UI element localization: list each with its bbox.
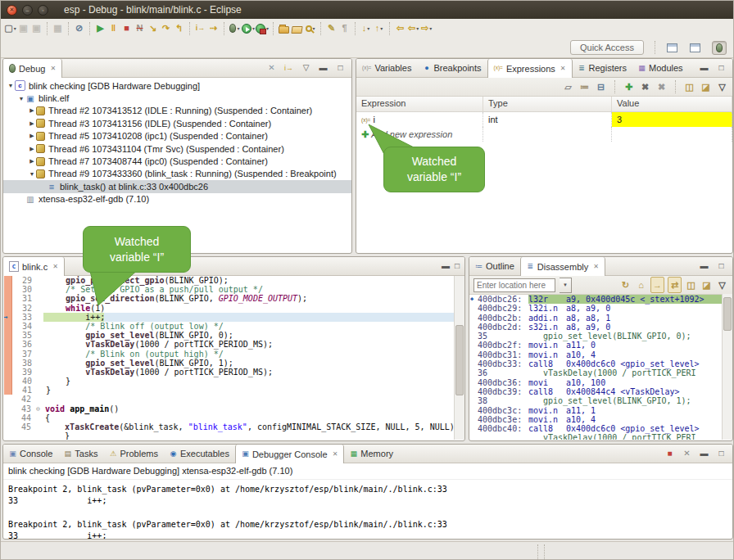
gutter-range-bar[interactable]	[4, 413, 11, 422]
disconnect-icon[interactable]: N	[134, 21, 146, 36]
disassembly-line[interactable]: 400dbc33:call80x400dc6c0 <gpio_set_level…	[470, 359, 723, 368]
column-expression[interactable]: Expression	[356, 97, 483, 111]
gutter-range-bar[interactable]	[4, 395, 11, 404]
disassembly-line[interactable]: 400dbc2b:addi.na8, a8, 1	[470, 314, 723, 323]
window-minimize-icon[interactable]: –	[22, 5, 33, 16]
collapse-all-icon[interactable]: ⊟	[595, 79, 607, 94]
debug-tree-item[interactable]: ▶Thread #7 1073408744 (ipc0) (Suspended …	[3, 155, 351, 167]
debug-icon[interactable]: ▾	[229, 21, 241, 36]
close-icon[interactable]: ✕	[333, 450, 338, 458]
show-logical-structure-icon[interactable]: ≔	[578, 79, 591, 94]
maximize-icon[interactable]: □	[455, 262, 460, 270]
step-into-icon[interactable]: ↘	[147, 21, 159, 36]
tab-executables[interactable]: ◉Executables	[164, 445, 235, 463]
code-line[interactable]: 43⊖void app_main()	[4, 404, 454, 413]
tab-debug[interactable]: Debug ✕	[3, 59, 62, 78]
remove-all-terminated-icon[interactable]: ✕	[265, 61, 278, 75]
code-line[interactable]: 35 gpio_set_level(BLINK_GPIO, 0);	[4, 331, 454, 340]
disassembly-line[interactable]: 400dbc39:call80x400844c4 <vTaskDelay>	[470, 387, 723, 396]
open-resource-icon[interactable]	[291, 21, 303, 36]
new-view-icon[interactable]: ◫	[683, 79, 695, 94]
debug-tree-item[interactable]: blink_task() at blink.c:33 0x400dbc26	[3, 180, 351, 192]
use-step-filters-icon[interactable]: ⇢	[207, 21, 220, 36]
minimize-icon[interactable]: ▬	[698, 61, 710, 75]
last-edit-location-icon[interactable]: ⇦	[394, 21, 406, 36]
gutter-range-bar[interactable]	[4, 331, 12, 340]
skip-all-breakpoints-icon[interactable]: ⊘	[73, 21, 85, 36]
disassembly-line[interactable]: 400dbc40:call80x400dc6c0 <gpio_set_level…	[470, 424, 723, 433]
maximize-icon[interactable]: □	[715, 446, 727, 461]
gutter-range-bar[interactable]	[4, 340, 12, 349]
close-icon[interactable]: ✕	[593, 263, 599, 270]
gutter-range-bar[interactable]	[4, 422, 11, 431]
minimize-icon[interactable]: ▬	[442, 262, 450, 270]
code-line[interactable]: 42	[4, 395, 454, 404]
fold-collapse-icon[interactable]: ⊖	[34, 404, 43, 413]
minimize-icon[interactable]: ▬	[698, 259, 710, 273]
window-close-icon[interactable]: ✕	[7, 5, 17, 16]
mark-occurrences-icon[interactable]: ✎	[325, 21, 338, 36]
debugger-console-output[interactable]: Breakpoint 2, blink_task (pvParameter=0x…	[3, 480, 732, 540]
disassembly-line[interactable]: ◆400dbc26:l32ra9, 0x400d045c <_stext+109…	[470, 295, 723, 304]
follow-pc-icon[interactable]: →	[650, 277, 664, 293]
view-menu-icon[interactable]: ▽	[716, 79, 728, 94]
debug-tree-item[interactable]: xtensa-esp32-elf-gdb (7.10)	[3, 193, 351, 205]
disassembly-line[interactable]: 400dbc2d:s32i.na8, a9, 0	[470, 323, 723, 332]
remove-launch-icon[interactable]: ✕	[681, 446, 693, 461]
column-type[interactable]: Type	[483, 97, 612, 111]
expression-value[interactable]: 3	[612, 112, 732, 127]
disassembly-source-line[interactable]: 36vTaskDelay(1000 / portTICK_PERI	[470, 368, 723, 377]
disassembly-source-line[interactable]: 35gpio_set_level(BLINK_GPIO, 0);	[470, 332, 723, 341]
column-value[interactable]: Value	[612, 97, 732, 111]
pin-view-icon[interactable]: ◪	[700, 79, 712, 94]
cpp-perspective-button[interactable]	[686, 41, 705, 55]
debug-tree-item[interactable]: ▶Thread #5 1073410208 (ipc1) (Suspended …	[3, 130, 351, 142]
tab-modules[interactable]: ▦Modules	[632, 59, 689, 77]
expression-row[interactable]: (x)=i int 3	[356, 112, 732, 127]
view-menu-icon[interactable]: ▽	[716, 278, 728, 292]
tab-registers[interactable]: ≣Registers	[573, 59, 632, 77]
maximize-icon[interactable]: □	[715, 61, 727, 75]
remove-all-expressions-icon[interactable]: ✖	[655, 79, 668, 94]
gutter-range-bar[interactable]	[4, 431, 11, 440]
minimize-icon[interactable]: ▬	[317, 61, 329, 75]
location-dropdown-icon[interactable]: ▼	[560, 278, 572, 293]
disassembly-line[interactable]: 400dbc31:movi.na10, 4	[470, 350, 723, 359]
step-return-icon[interactable]: ↰	[173, 21, 185, 36]
add-expression-row[interactable]: ✚Add new expression	[356, 127, 732, 142]
add-expression-icon[interactable]: ✚	[623, 79, 635, 94]
refresh-icon[interactable]: ↻	[619, 278, 632, 292]
tab-outline[interactable]: ≔Outline	[469, 257, 520, 275]
tab-blink-c[interactable]: c blink.c ✕	[3, 257, 65, 276]
new-wizard-icon[interactable]: ▢▾	[4, 21, 16, 36]
remove-expression-icon[interactable]: ✖	[639, 79, 651, 94]
suspend-icon[interactable]: ‖	[107, 21, 120, 36]
code-editor[interactable]: 29 gpio_pad_select_gpio(BLINK_GPIO);30 /…	[4, 276, 454, 440]
code-line[interactable]: 45 xTaskCreate(&blink_task, "blink_task"…	[4, 422, 454, 431]
gutter-range-bar[interactable]	[4, 322, 12, 331]
editor-scrollbar[interactable]	[454, 276, 464, 440]
build-icon[interactable]: ▦	[52, 21, 64, 36]
disassembly-line[interactable]: 400dbc3e:movi.na10, 4	[470, 415, 723, 424]
show-whitespace-icon[interactable]: ¶	[338, 21, 351, 36]
code-line[interactable]: 29 gpio_pad_select_gpio(BLINK_GPIO);	[4, 276, 454, 285]
gutter-range-bar[interactable]	[4, 386, 12, 395]
quick-access-button[interactable]: Quick Access	[570, 40, 644, 55]
instruction-stepping-icon[interactable]: i→	[194, 21, 206, 36]
forward-icon[interactable]: ⇨▾	[420, 21, 433, 36]
debug-tree-item[interactable]: ▼Thread #9 1073433360 (blink_task : Runn…	[3, 168, 351, 180]
disassembly-source-line[interactable]: 38gpio_set_level(BLINK_GPIO, 1);	[470, 396, 723, 405]
sync-selection-icon[interactable]: ⇄	[668, 277, 682, 293]
gutter-range-bar[interactable]	[4, 377, 12, 386]
view-menu-icon[interactable]: ▽	[300, 61, 312, 75]
disassembly-source-line[interactable]: vTaskDelay(1000 / portTICK_PERI	[470, 433, 723, 440]
code-line[interactable]: →33 i++;	[4, 313, 454, 322]
step-over-icon[interactable]: ↷	[160, 21, 172, 36]
debug-tree-item[interactable]: ▶Thread #2 1073413512 (IDLE : Running) (…	[3, 105, 351, 117]
run-icon[interactable]: ▾	[242, 21, 255, 36]
back-icon[interactable]: ⇦▾	[407, 21, 419, 36]
tab-breakpoints[interactable]: ●Breakpoints	[417, 59, 487, 77]
open-perspective-icon[interactable]	[666, 40, 678, 55]
disassembly-line[interactable]: 400dbc29:l32i.na8, a9, 0	[470, 304, 723, 313]
search-icon[interactable]: ▾	[304, 21, 316, 36]
